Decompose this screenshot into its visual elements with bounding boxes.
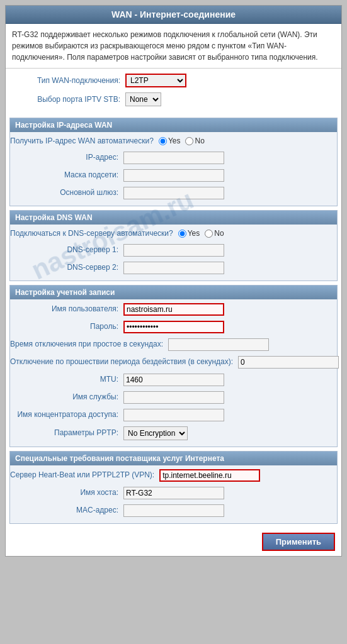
special-section: Специальные требования поставщика услуг … [9, 451, 338, 524]
hostname-row: Имя хоста: [10, 486, 337, 501]
dns-section: Настройка DNS WAN Подключаться к DNS-сер… [9, 210, 338, 281]
concentrator-row: Имя концентратора доступа: [10, 408, 337, 423]
wan-ip-content: Получить IP-адрес WAN автоматически? Yes… [10, 132, 337, 206]
iptv-select[interactable]: None LAN1 LAN2 LAN3 LAN4 [125, 92, 161, 106]
auto-ip-yes-label[interactable]: Yes [159, 136, 181, 145]
subnet-mask-input-wrapper [123, 169, 337, 182]
ip-address-row: IP-адрес: [10, 150, 337, 165]
auto-ip-yes-text: Yes [168, 136, 181, 145]
dns-content: Подключаться к DNS-серверу автоматически… [10, 225, 337, 280]
wan-type-input: L2TP PPPoE PPTP Static IP Automatic IP [125, 74, 335, 87]
auto-dns-no-text: No [214, 229, 224, 238]
heartbeat-input-wrapper [159, 469, 337, 482]
mtu-field[interactable] [123, 374, 224, 386]
service-field[interactable] [123, 391, 224, 404]
ip-address-field[interactable] [123, 152, 224, 164]
service-input-wrapper [123, 391, 337, 404]
auto-ip-input: Yes No [159, 136, 337, 145]
iptv-label: Выбор порта IPTV STB: [12, 94, 125, 105]
idle-disconnect-row: Время отключения при простое в секундах: [10, 337, 337, 352]
ip-address-label: IP-адрес: [10, 152, 123, 163]
password-label: Пароль: [10, 321, 123, 332]
auto-dns-label: Подключаться к DNS-серверу автоматически… [10, 228, 178, 239]
dns-header: Настройка DNS WAN [10, 211, 337, 225]
wan-type-row: Тип WAN-подключения: L2TP PPPoE PPTP Sta… [12, 72, 335, 89]
auto-ip-no-text: No [195, 136, 204, 145]
special-content: Сервер Heart-Beat или PPTPL2TP (VPN): Им… [10, 465, 337, 523]
concentrator-field[interactable] [123, 409, 224, 421]
idle-disconnect-label: Время отключения при простое в секундах: [10, 339, 168, 350]
auto-ip-no-radio[interactable] [185, 137, 193, 145]
username-field[interactable] [123, 303, 224, 316]
apply-button[interactable]: Применить [262, 533, 335, 551]
service-label: Имя службы: [10, 392, 123, 402]
subnet-mask-label: Маска подсети: [10, 170, 123, 180]
idle-disconnect-field[interactable] [168, 338, 269, 351]
auto-ip-row: Получить IP-адрес WAN автоматически? Yes… [10, 135, 337, 148]
auto-dns-yes-label[interactable]: Yes [178, 229, 200, 238]
auto-ip-label: Получить IP-адрес WAN автоматически? [10, 136, 159, 147]
hostname-input-wrapper [123, 487, 337, 499]
auto-dns-no-radio[interactable] [205, 230, 213, 238]
wan-type-select[interactable]: L2TP PPPoE PPTP Static IP Automatic IP [125, 74, 186, 87]
account-header: Настройка учетной записи [10, 286, 337, 299]
auto-ip-yes-radio[interactable] [159, 137, 167, 145]
auto-dns-input: Yes No [178, 229, 337, 238]
auto-ip-radio-group: Yes No [159, 136, 337, 145]
mtu-row: MTU: [10, 372, 337, 387]
auto-dns-row: Подключаться к DNS-серверу автоматически… [10, 227, 337, 240]
disconnect-period-field[interactable] [238, 356, 339, 369]
disconnect-period-input-wrapper [238, 356, 339, 369]
mac-input-wrapper [123, 504, 337, 517]
dns1-row: DNS-сервер 1: [10, 243, 337, 258]
wan-ip-section: Настройка IP-адреса WAN Получить IP-адре… [9, 118, 338, 206]
dns1-field[interactable] [123, 244, 224, 257]
gateway-input-wrapper [123, 187, 337, 199]
account-section: Настройка учетной записи Имя пользовател… [9, 285, 338, 447]
special-header: Специальные требования поставщика услуг … [10, 452, 337, 465]
wan-type-label: Тип WAN-подключения: [12, 75, 125, 86]
iptv-row: Выбор порта IPTV STB: None LAN1 LAN2 LAN… [12, 91, 335, 108]
gateway-row: Основной шлюз: [10, 186, 337, 201]
hostname-label: Имя хоста: [10, 487, 123, 498]
hostname-field[interactable] [123, 487, 224, 499]
dns2-input-wrapper [123, 262, 337, 274]
auto-dns-yes-radio[interactable] [178, 230, 186, 238]
mtu-input-wrapper [123, 374, 337, 386]
iptv-input: None LAN1 LAN2 LAN3 LAN4 [125, 92, 335, 106]
subnet-mask-row: Маска подсети: [10, 168, 337, 183]
wan-ip-header: Настройка IP-адреса WAN [10, 118, 337, 132]
main-container: WAN - Интернет-соединение RT-G32 поддерж… [5, 5, 342, 557]
dns1-input-wrapper [123, 244, 337, 257]
heartbeat-label: Сервер Heart-Beat или PPTPL2TP (VPN): [10, 470, 159, 480]
service-row: Имя службы: [10, 390, 337, 405]
concentrator-input-wrapper [123, 409, 337, 421]
pptp-params-input-wrapper: No Encryption MPPE 40 MPPE 128 MPPE 40/1… [123, 426, 337, 440]
auto-dns-yes-text: Yes [188, 229, 200, 238]
auto-dns-no-label[interactable]: No [205, 229, 224, 238]
account-content: Имя пользователя: Пароль: Время отключен… [10, 299, 337, 447]
mac-label: MAC-адрес: [10, 505, 123, 516]
username-label: Имя пользователя: [10, 304, 123, 314]
ip-address-input-wrapper [123, 152, 337, 164]
idle-disconnect-input-wrapper [168, 338, 337, 351]
gateway-field[interactable] [123, 187, 224, 199]
subnet-mask-field[interactable] [123, 169, 224, 182]
pptp-params-select[interactable]: No Encryption MPPE 40 MPPE 128 MPPE 40/1… [123, 426, 188, 440]
auto-dns-radio-group: Yes No [178, 229, 337, 238]
password-input-wrapper [123, 321, 337, 333]
dns2-field[interactable] [123, 262, 224, 274]
page-title: WAN - Интернет-соединение [6, 6, 341, 24]
password-field[interactable] [123, 321, 224, 333]
mac-field[interactable] [123, 504, 224, 517]
heartbeat-field[interactable] [159, 469, 260, 482]
auto-ip-no-label[interactable]: No [185, 136, 204, 145]
description: RT-G32 поддерживает несколько режимов по… [6, 24, 341, 69]
gateway-label: Основной шлюз: [10, 187, 123, 198]
mtu-label: MTU: [10, 374, 123, 385]
concentrator-label: Имя концентратора доступа: [10, 409, 123, 420]
dns2-row: DNS-сервер 2: [10, 260, 337, 275]
wan-type-section: Тип WAN-подключения: L2TP PPPoE PPTP Sta… [6, 69, 341, 114]
heartbeat-row: Сервер Heart-Beat или PPTPL2TP (VPN): [10, 468, 337, 483]
pptp-params-row: Параметры PPTP: No Encryption MPPE 40 MP… [10, 425, 337, 441]
